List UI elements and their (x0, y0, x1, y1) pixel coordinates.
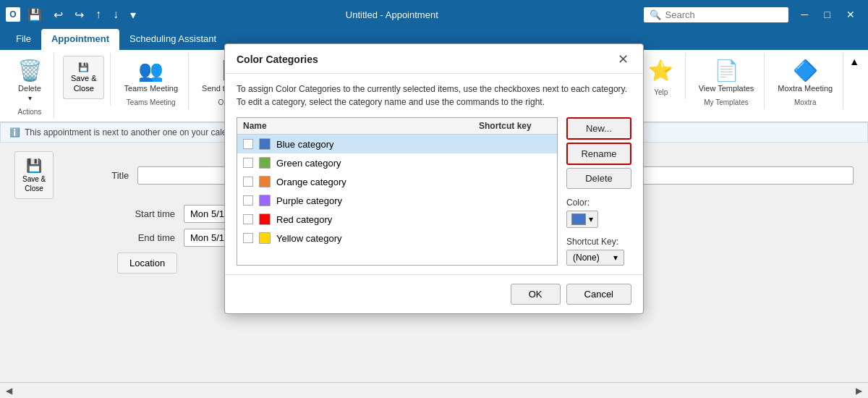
category-checkbox[interactable] (243, 139, 253, 149)
category-item[interactable]: Blue category (237, 135, 557, 153)
save-close-button[interactable]: 💾 Save & Close (63, 56, 104, 99)
tab-scheduling[interactable]: Scheduling Assistant (119, 29, 226, 50)
shortcut-select-button[interactable]: (None) ▾ (566, 250, 624, 266)
category-color-swatch (259, 195, 271, 206)
down-btn[interactable]: ↓ (109, 5, 123, 24)
close-btn[interactable]: ✕ (839, 6, 862, 23)
color-categories-dialog: Color Categories ✕ To assign Color Categ… (224, 43, 644, 314)
maximize-btn[interactable]: □ (817, 6, 838, 23)
view-templates-button[interactable]: 📄 View Templates (694, 56, 759, 96)
more-btn[interactable]: ▾ (126, 5, 140, 25)
shortcut-label: Shortcut Key: (566, 237, 631, 247)
title-bar: O 💾 ↩ ↪ ↑ ↓ ▾ Untitled - Appointment 🔍 ─… (0, 0, 868, 29)
category-item[interactable]: Yellow category (237, 229, 557, 247)
dialog-actions: New... Rename Delete Color: ▾ Shortcut K… (566, 117, 631, 266)
dialog-main: Name Shortcut key Blue categoryGreen cat… (237, 117, 631, 266)
category-color-swatch (259, 176, 271, 187)
save-close-form-button[interactable]: 💾 Save & Close (14, 151, 54, 199)
dialog-description: To assign Color Categories to the curren… (237, 82, 631, 109)
shortcut-row: Shortcut Key: (None) ▾ (566, 237, 631, 266)
category-list: Blue categoryGreen categoryOrange catego… (237, 135, 557, 247)
tab-appointment[interactable]: Appointment (41, 29, 119, 50)
category-name: Green category (276, 158, 551, 169)
status-right-arrow[interactable]: ▶ (856, 386, 862, 396)
teams-meeting-button[interactable]: 👥 Teams Meeting (119, 56, 182, 96)
dialog-title: Color Categories (237, 54, 318, 65)
teams-icon: 👥 (138, 59, 163, 82)
title-label: Title (71, 170, 129, 181)
group-actions: 🗑️ Delete ▾ Actions (6, 53, 54, 119)
group-view-templates: 📄 View Templates My Templates (689, 53, 765, 109)
group-save: 💾 Save & Close (57, 53, 111, 105)
shortcut-value: (None) (573, 253, 600, 263)
category-name: Orange category (276, 177, 551, 187)
dropdown-arrow-icon: ▾ (589, 214, 593, 224)
yelp-label: Yelp (654, 85, 668, 96)
color-picker-button[interactable]: ▾ (566, 211, 598, 228)
category-color-swatch (259, 138, 271, 150)
category-item[interactable]: Green category (237, 153, 557, 172)
yelp-icon: ⭐ (648, 59, 673, 82)
category-color-swatch (259, 213, 271, 225)
header-shortcut: Shortcut key (479, 121, 551, 131)
ok-button[interactable]: OK (511, 284, 561, 305)
collapse-ribbon[interactable]: ▲ (846, 53, 862, 70)
undo-btn[interactable]: ↩ (49, 5, 67, 25)
delete-icon: 🗑️ (17, 59, 43, 82)
shortcut-dropdown-icon: ▾ (613, 253, 618, 263)
moxtra-icon: 🔷 (793, 59, 818, 82)
category-item[interactable]: Red category (237, 210, 557, 229)
delete-button[interactable]: 🗑️ Delete ▾ (12, 56, 48, 105)
color-row: ▾ (566, 211, 631, 228)
category-checkbox[interactable] (243, 177, 253, 187)
category-checkbox[interactable] (243, 214, 253, 224)
color-section: Color: ▾ (566, 198, 631, 228)
group-teams: 👥 Teams Meeting Teams Meeting (114, 53, 189, 109)
save-btn[interactable]: 💾 (23, 5, 46, 25)
window-controls: ─ □ ✕ (794, 6, 862, 23)
actions-label: Actions (18, 105, 42, 116)
color-swatch (571, 213, 586, 225)
cancel-button[interactable]: Cancel (566, 284, 631, 305)
color-label: Color: (566, 198, 631, 208)
location-button[interactable]: Location (117, 253, 177, 274)
info-icon: ℹ️ (9, 127, 20, 137)
category-item[interactable]: Purple category (237, 191, 557, 210)
collapse-icon[interactable]: ▲ (849, 56, 859, 67)
tab-file[interactable]: File (6, 29, 41, 50)
info-text: This appointment is next to another one … (25, 127, 246, 137)
rename-category-button[interactable]: Rename (566, 143, 631, 165)
teams-label: Teams Meeting (127, 96, 176, 106)
moxtra-button[interactable]: 🔷 Moxtra Meeting (773, 56, 837, 96)
category-color-swatch (259, 157, 271, 169)
save-form-icon: 💾 (26, 158, 42, 174)
redo-btn[interactable]: ↪ (70, 5, 88, 25)
search-box[interactable]: 🔍 (644, 7, 788, 22)
category-color-swatch (259, 232, 271, 244)
up-btn[interactable]: ↑ (91, 5, 106, 24)
new-category-button[interactable]: New... (566, 117, 631, 140)
search-icon: 🔍 (650, 9, 661, 20)
delete-category-button[interactable]: Delete (566, 168, 631, 189)
minimize-btn[interactable]: ─ (794, 6, 816, 23)
dialog-close-button[interactable]: ✕ (615, 51, 631, 67)
dialog-title-bar: Color Categories ✕ (225, 44, 643, 74)
category-list-container: Name Shortcut key Blue categoryGreen cat… (237, 117, 558, 266)
category-checkbox[interactable] (243, 233, 253, 243)
category-checkbox[interactable] (243, 195, 253, 206)
start-time-label: Start time (117, 208, 175, 219)
search-input[interactable] (665, 9, 767, 20)
category-name: Red category (276, 214, 551, 225)
window-title: Untitled - Appointment (146, 9, 638, 20)
moxtra-label: Moxtra (794, 96, 817, 106)
yelp-button[interactable]: ⭐ (643, 56, 679, 85)
category-checkbox[interactable] (243, 158, 253, 168)
category-name: Yellow category (276, 233, 551, 244)
save-icon: 💾 (78, 62, 89, 72)
app-icon: O (6, 7, 20, 22)
status-left-arrow[interactable]: ◀ (6, 386, 12, 396)
category-item[interactable]: Orange category (237, 172, 557, 191)
status-bar: ◀ ▶ (0, 382, 868, 398)
header-name: Name (243, 121, 479, 131)
templates-icon: 📄 (714, 59, 739, 82)
